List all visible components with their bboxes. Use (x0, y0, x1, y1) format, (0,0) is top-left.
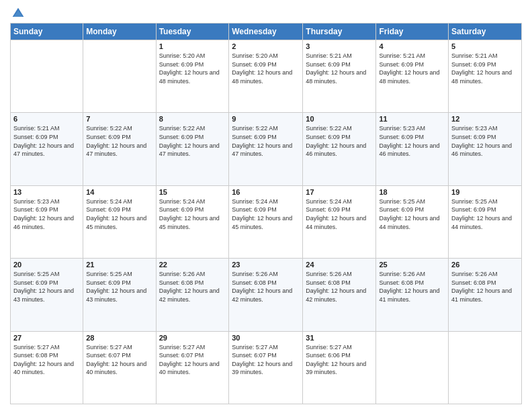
cell-info: Sunrise: 5:23 AM Sunset: 6:09 PM Dayligh… (379, 124, 445, 158)
logo (10, 7, 26, 17)
day-number: 28 (86, 334, 152, 342)
page: Sunday Monday Tuesday Wednesday Thursday… (0, 0, 532, 411)
cell-info: Sunrise: 5:25 AM Sunset: 6:09 PM Dayligh… (86, 270, 152, 304)
day-number: 27 (13, 334, 80, 342)
day-number: 25 (379, 261, 445, 269)
day-number: 29 (159, 334, 226, 342)
calendar-cell: 3Sunrise: 5:21 AM Sunset: 6:09 PM Daylig… (303, 40, 376, 113)
calendar-cell: 16Sunrise: 5:24 AM Sunset: 6:09 PM Dayli… (229, 185, 303, 258)
cell-info: Sunrise: 5:26 AM Sunset: 6:08 PM Dayligh… (159, 270, 226, 304)
calendar-cell: 30Sunrise: 5:27 AM Sunset: 6:07 PM Dayli… (229, 331, 303, 404)
calendar-cell: 25Sunrise: 5:26 AM Sunset: 6:08 PM Dayli… (376, 259, 449, 331)
day-number: 2 (232, 42, 300, 50)
day-number: 12 (451, 115, 519, 123)
calendar-cell: 13Sunrise: 5:23 AM Sunset: 6:09 PM Dayli… (11, 185, 83, 258)
header (10, 7, 522, 17)
cell-info: Sunrise: 5:24 AM Sunset: 6:09 PM Dayligh… (159, 197, 226, 231)
calendar-cell: 15Sunrise: 5:24 AM Sunset: 6:09 PM Dayli… (156, 185, 229, 258)
day-number: 8 (159, 115, 226, 123)
day-number: 13 (13, 188, 80, 196)
cell-info: Sunrise: 5:21 AM Sunset: 6:09 PM Dayligh… (451, 52, 519, 85)
cell-info: Sunrise: 5:21 AM Sunset: 6:09 PM Dayligh… (379, 52, 445, 85)
day-number: 5 (451, 42, 519, 50)
day-number: 7 (86, 115, 152, 123)
cell-info: Sunrise: 5:22 AM Sunset: 6:09 PM Dayligh… (159, 124, 226, 158)
cell-info: Sunrise: 5:27 AM Sunset: 6:06 PM Dayligh… (306, 343, 373, 377)
day-number: 20 (13, 261, 80, 269)
day-number: 22 (159, 261, 226, 269)
cell-info: Sunrise: 5:23 AM Sunset: 6:09 PM Dayligh… (13, 197, 80, 231)
header-monday: Monday (83, 24, 156, 40)
calendar-cell: 12Sunrise: 5:23 AM Sunset: 6:09 PM Dayli… (449, 113, 522, 185)
cell-info: Sunrise: 5:22 AM Sunset: 6:09 PM Dayligh… (86, 124, 152, 158)
cell-info: Sunrise: 5:20 AM Sunset: 6:09 PM Dayligh… (232, 52, 300, 85)
day-number: 4 (379, 42, 445, 50)
logo-icon (11, 7, 25, 20)
header-sunday: Sunday (11, 24, 83, 40)
calendar-cell: 17Sunrise: 5:24 AM Sunset: 6:09 PM Dayli… (303, 185, 376, 258)
cell-info: Sunrise: 5:27 AM Sunset: 6:08 PM Dayligh… (13, 343, 80, 377)
cell-info: Sunrise: 5:24 AM Sunset: 6:09 PM Dayligh… (232, 197, 300, 231)
header-tuesday: Tuesday (156, 24, 229, 40)
day-number: 18 (379, 188, 445, 196)
calendar-week-row: 13Sunrise: 5:23 AM Sunset: 6:09 PM Dayli… (11, 185, 522, 258)
cell-info: Sunrise: 5:27 AM Sunset: 6:07 PM Dayligh… (159, 343, 226, 377)
header-wednesday: Wednesday (229, 24, 303, 40)
calendar-cell: 9Sunrise: 5:22 AM Sunset: 6:09 PM Daylig… (229, 113, 303, 185)
cell-info: Sunrise: 5:26 AM Sunset: 6:08 PM Dayligh… (451, 270, 519, 304)
calendar-cell: 2Sunrise: 5:20 AM Sunset: 6:09 PM Daylig… (229, 40, 303, 113)
cell-info: Sunrise: 5:27 AM Sunset: 6:07 PM Dayligh… (86, 343, 152, 377)
day-number: 23 (232, 261, 300, 269)
cell-info: Sunrise: 5:25 AM Sunset: 6:09 PM Dayligh… (13, 270, 80, 304)
day-number: 26 (451, 261, 519, 269)
calendar-week-row: 6Sunrise: 5:21 AM Sunset: 6:09 PM Daylig… (11, 113, 522, 185)
calendar-cell: 18Sunrise: 5:25 AM Sunset: 6:09 PM Dayli… (376, 185, 449, 258)
day-number: 30 (232, 334, 300, 342)
day-number: 24 (306, 261, 373, 269)
calendar-cell: 7Sunrise: 5:22 AM Sunset: 6:09 PM Daylig… (83, 113, 156, 185)
weekday-header-row: Sunday Monday Tuesday Wednesday Thursday… (11, 24, 522, 40)
calendar-cell: 6Sunrise: 5:21 AM Sunset: 6:09 PM Daylig… (11, 113, 83, 185)
calendar-cell (83, 40, 156, 113)
cell-info: Sunrise: 5:23 AM Sunset: 6:09 PM Dayligh… (451, 124, 519, 158)
calendar-week-row: 27Sunrise: 5:27 AM Sunset: 6:08 PM Dayli… (11, 331, 522, 404)
day-number: 11 (379, 115, 445, 123)
day-number: 15 (159, 188, 226, 196)
cell-info: Sunrise: 5:22 AM Sunset: 6:09 PM Dayligh… (306, 124, 373, 158)
day-number: 10 (306, 115, 373, 123)
day-number: 3 (306, 42, 373, 50)
cell-info: Sunrise: 5:25 AM Sunset: 6:09 PM Dayligh… (451, 197, 519, 231)
calendar-week-row: 1Sunrise: 5:20 AM Sunset: 6:09 PM Daylig… (11, 40, 522, 113)
day-number: 16 (232, 188, 300, 196)
cell-info: Sunrise: 5:26 AM Sunset: 6:08 PM Dayligh… (379, 270, 445, 304)
calendar-cell: 14Sunrise: 5:24 AM Sunset: 6:09 PM Dayli… (83, 185, 156, 258)
day-number: 9 (232, 115, 300, 123)
calendar-cell (449, 331, 522, 404)
calendar-cell: 8Sunrise: 5:22 AM Sunset: 6:09 PM Daylig… (156, 113, 229, 185)
day-number: 1 (159, 42, 226, 50)
calendar-cell: 23Sunrise: 5:26 AM Sunset: 6:08 PM Dayli… (229, 259, 303, 331)
day-number: 6 (13, 115, 80, 123)
cell-info: Sunrise: 5:24 AM Sunset: 6:09 PM Dayligh… (86, 197, 152, 231)
calendar-cell (11, 40, 83, 113)
calendar-cell: 31Sunrise: 5:27 AM Sunset: 6:06 PM Dayli… (303, 331, 376, 404)
calendar-cell: 20Sunrise: 5:25 AM Sunset: 6:09 PM Dayli… (11, 259, 83, 331)
calendar-cell (376, 331, 449, 404)
calendar-cell: 21Sunrise: 5:25 AM Sunset: 6:09 PM Dayli… (83, 259, 156, 331)
day-number: 21 (86, 261, 152, 269)
calendar-table: Sunday Monday Tuesday Wednesday Thursday… (10, 23, 522, 404)
calendar-cell: 22Sunrise: 5:26 AM Sunset: 6:08 PM Dayli… (156, 259, 229, 331)
calendar-cell: 26Sunrise: 5:26 AM Sunset: 6:08 PM Dayli… (449, 259, 522, 331)
cell-info: Sunrise: 5:24 AM Sunset: 6:09 PM Dayligh… (306, 197, 373, 231)
header-friday: Friday (376, 24, 449, 40)
calendar-cell: 19Sunrise: 5:25 AM Sunset: 6:09 PM Dayli… (449, 185, 522, 258)
header-thursday: Thursday (303, 24, 376, 40)
day-number: 31 (306, 334, 373, 342)
calendar-cell: 27Sunrise: 5:27 AM Sunset: 6:08 PM Dayli… (11, 331, 83, 404)
cell-info: Sunrise: 5:26 AM Sunset: 6:08 PM Dayligh… (232, 270, 300, 304)
cell-info: Sunrise: 5:20 AM Sunset: 6:09 PM Dayligh… (159, 52, 226, 85)
calendar-week-row: 20Sunrise: 5:25 AM Sunset: 6:09 PM Dayli… (11, 259, 522, 331)
calendar-cell: 5Sunrise: 5:21 AM Sunset: 6:09 PM Daylig… (449, 40, 522, 113)
calendar-cell: 29Sunrise: 5:27 AM Sunset: 6:07 PM Dayli… (156, 331, 229, 404)
day-number: 17 (306, 188, 373, 196)
